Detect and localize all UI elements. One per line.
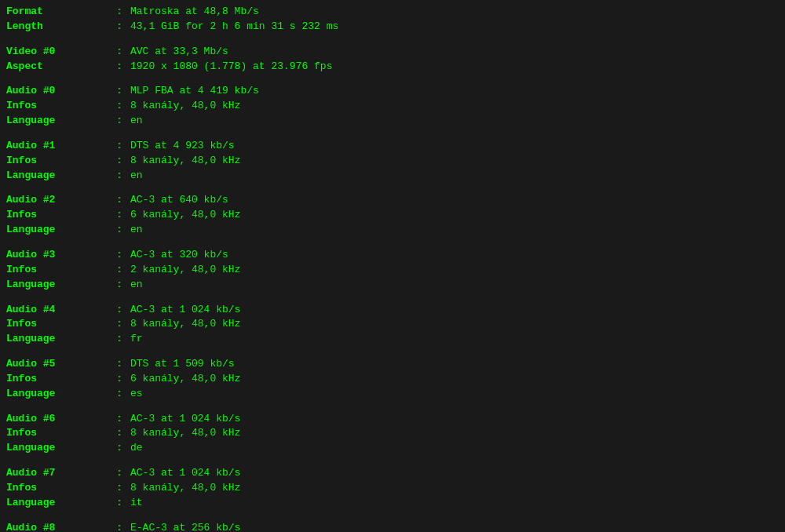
info-key: Video #0 [6,45,116,60]
info-key: Audio #8 [6,521,116,532]
info-value: en [130,223,143,238]
info-row: Language: fr [6,332,779,347]
info-row: Language: en [6,169,779,184]
info-key: Format [6,5,116,20]
info-value: it [130,496,143,511]
info-row: Infos: 8 kanály, 48,0 kHz [6,317,779,332]
info-colon: : [116,332,130,347]
info-value: 1920 x 1080 (1.778) at 23.976 fps [130,60,332,75]
info-value: AC-3 at 1 024 kb/s [130,412,240,427]
info-colon: : [116,169,130,184]
info-colon: : [116,441,130,456]
info-colon: : [116,412,130,427]
info-value: E-AC-3 at 256 kb/s [130,521,240,532]
info-colon: : [116,278,130,293]
info-key: Language [6,169,116,184]
info-row: Length: 43,1 GiB for 2 h 6 min 31 s 232 … [6,20,779,35]
info-key: Audio #7 [6,466,116,481]
info-value: 6 kanály, 48,0 kHz [130,372,240,387]
info-row: Language: it [6,496,779,511]
info-key: Infos [6,99,116,114]
info-key: Length [6,20,116,35]
section-gap [6,511,779,521]
info-colon: : [116,139,130,154]
section-gap [6,183,779,193]
info-colon: : [116,60,130,75]
info-row: Infos: 8 kanály, 48,0 kHz [6,426,779,441]
info-row: Infos: 8 kanály, 48,0 kHz [6,481,779,496]
info-colon: : [116,263,130,278]
info-value: 8 kanály, 48,0 kHz [130,99,240,114]
info-row: Infos: 2 kanály, 48,0 kHz [6,263,779,278]
info-colon: : [116,496,130,511]
info-colon: : [116,372,130,387]
info-key: Infos [6,317,116,332]
info-colon: : [116,84,130,99]
info-colon: : [116,154,130,169]
info-colon: : [116,317,130,332]
info-value: de [130,441,143,456]
info-value: es [130,387,143,402]
info-row: Audio #2: AC-3 at 640 kb/s [6,193,779,208]
info-key: Language [6,496,116,511]
info-value: AC-3 at 1 024 kb/s [130,466,240,481]
info-key: Infos [6,481,116,496]
info-row: Language: es [6,387,779,402]
info-value: 8 kanály, 48,0 kHz [130,317,240,332]
info-value: 8 kanály, 48,0 kHz [130,426,240,441]
info-value: AC-3 at 640 kb/s [130,193,228,208]
info-row: Infos: 6 kanály, 48,0 kHz [6,208,779,223]
info-key: Audio #4 [6,303,116,318]
info-row: Infos: 8 kanály, 48,0 kHz [6,99,779,114]
info-row: Infos: 6 kanály, 48,0 kHz [6,372,779,387]
info-key: Audio #6 [6,412,116,427]
info-row: Format: Matroska at 48,8 Mb/s [6,5,779,20]
info-key: Language [6,223,116,238]
section-gap [6,347,779,357]
info-colon: : [116,45,130,60]
section-gap [6,35,779,45]
info-colon: : [116,481,130,496]
info-value: MLP FBA at 4 419 kb/s [130,84,259,99]
media-info-table: Format: Matroska at 48,8 Mb/sLength: 43,… [6,5,779,532]
info-row: Language: de [6,441,779,456]
info-row: Language: en [6,114,779,129]
info-row: Language: en [6,278,779,293]
info-colon: : [116,5,130,20]
info-row: Language: en [6,223,779,238]
info-value: 8 kanály, 48,0 kHz [130,481,240,496]
info-colon: : [116,426,130,441]
info-value: 8 kanály, 48,0 kHz [130,154,240,169]
info-colon: : [116,303,130,318]
info-colon: : [116,223,130,238]
info-row: Audio #7: AC-3 at 1 024 kb/s [6,466,779,481]
section-gap [6,238,779,248]
section-gap [6,293,779,303]
info-value: AC-3 at 1 024 kb/s [130,303,240,318]
info-key: Language [6,387,116,402]
info-colon: : [116,99,130,114]
info-colon: : [116,208,130,223]
info-colon: : [116,521,130,532]
info-key: Audio #0 [6,84,116,99]
section-gap [6,456,779,466]
info-value: en [130,114,143,129]
info-key: Language [6,278,116,293]
info-key: Infos [6,263,116,278]
info-row: Audio #0: MLP FBA at 4 419 kb/s [6,84,779,99]
info-key: Audio #2 [6,193,116,208]
info-key: Aspect [6,60,116,75]
info-key: Language [6,441,116,456]
info-value: Matroska at 48,8 Mb/s [130,5,259,20]
info-key: Language [6,332,116,347]
info-row: Audio #4: AC-3 at 1 024 kb/s [6,303,779,318]
info-value: AVC at 33,3 Mb/s [130,45,228,60]
section-gap [6,129,779,139]
info-value: DTS at 1 509 kb/s [130,357,235,372]
info-value: 6 kanály, 48,0 kHz [130,208,240,223]
info-row: Audio #5: DTS at 1 509 kb/s [6,357,779,372]
section-gap [6,74,779,84]
info-colon: : [116,387,130,402]
info-key: Audio #3 [6,248,116,263]
info-value: DTS at 4 923 kb/s [130,139,235,154]
